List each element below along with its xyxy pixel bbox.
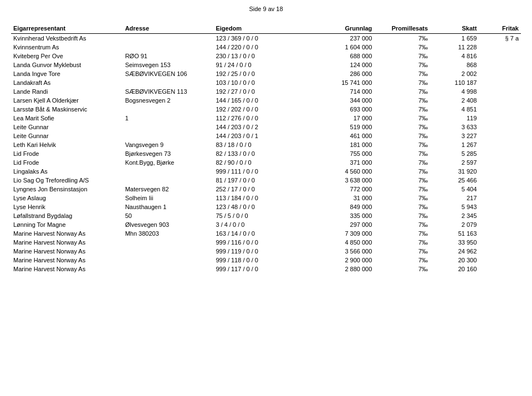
cell-skatt: 2 345 xyxy=(430,211,479,220)
cell-eigar: Marine Harvest Norway As xyxy=(11,229,123,238)
cell-skatt: 5 404 xyxy=(430,185,479,194)
cell-adresse: Kont.Bygg, Bjørke xyxy=(123,158,214,167)
cell-grunnlag: 344 000 xyxy=(304,96,374,105)
table-row: Løfallstrand Bygdalag5075 / 5 / 0 / 0335… xyxy=(11,211,521,220)
cell-fritak xyxy=(479,149,521,158)
cell-grunnlag: 124 000 xyxy=(304,60,374,69)
cell-fritak xyxy=(479,52,521,60)
cell-fritak: § 7 a xyxy=(479,34,521,43)
cell-skatt: 4 998 xyxy=(430,87,479,96)
cell-eigar: Lio Sag Og Treforedling A/S xyxy=(11,176,123,185)
cell-eigedom: 163 / 14 / 0 / 0 xyxy=(213,229,304,238)
cell-skatt: 3 633 xyxy=(430,123,479,131)
col-header-fritak: Fritak xyxy=(479,23,521,34)
table-row: Lyse AslaugSolheim Iii113 / 184 / 0 / 03… xyxy=(11,194,521,202)
cell-eigedom: 144 / 203 / 0 / 1 xyxy=(213,131,304,140)
cell-eigedom: 999 / 118 / 0 / 0 xyxy=(213,256,304,265)
cell-fritak xyxy=(479,78,521,87)
cell-promille: 7‰ xyxy=(374,78,430,87)
cell-fritak xyxy=(479,140,521,149)
col-header-eigedom: Eigedom xyxy=(213,23,304,34)
cell-eigar: Kvinnherad Vekstbedrift As xyxy=(11,34,123,43)
cell-grunnlag: 17 000 xyxy=(304,114,374,123)
cell-grunnlag: 519 000 xyxy=(304,123,374,131)
table-row: Marine Harvest Norway As999 / 117 / 0 / … xyxy=(11,265,521,273)
cell-eigedom: 230 / 13 / 0 / 0 xyxy=(213,52,304,60)
cell-skatt: 217 xyxy=(430,194,479,202)
cell-grunnlag: 2 900 000 xyxy=(304,256,374,265)
cell-grunnlag: 4 560 000 xyxy=(304,167,374,176)
cell-eigar: Kviteberg Per Ove xyxy=(11,52,123,60)
cell-skatt: 1 659 xyxy=(430,34,479,43)
cell-grunnlag: 461 000 xyxy=(304,131,374,140)
cell-adresse: Nausthaugen 1 xyxy=(123,202,214,211)
cell-eigedom: 81 / 197 / 0 / 0 xyxy=(213,176,304,185)
cell-eigar: Lyse Henrik xyxy=(11,202,123,211)
table-row: Leite Gunnar144 / 203 / 0 / 1461 0007‰3 … xyxy=(11,131,521,140)
cell-fritak xyxy=(479,167,521,176)
cell-fritak xyxy=(479,202,521,211)
cell-eigar: Lande Randi xyxy=(11,87,123,96)
cell-grunnlag: 371 000 xyxy=(304,158,374,167)
cell-grunnlag: 3 638 000 xyxy=(304,176,374,185)
cell-grunnlag: 237 000 xyxy=(304,34,374,43)
table-row: Kvinnherad Vekstbedrift As123 / 369 / 0 … xyxy=(11,34,521,43)
table-row: Marine Harvest Norway As999 / 119 / 0 / … xyxy=(11,247,521,256)
cell-skatt: 31 920 xyxy=(430,167,479,176)
cell-eigar: Landa Ingve Tore xyxy=(11,69,123,78)
cell-fritak xyxy=(479,265,521,273)
table-row: Lande RandiSÆBØVIKVEGEN 113192 / 27 / 0 … xyxy=(11,87,521,96)
cell-promille: 7‰ xyxy=(374,87,430,96)
cell-promille: 7‰ xyxy=(374,194,430,202)
cell-skatt: 119 xyxy=(430,114,479,123)
cell-grunnlag: 755 000 xyxy=(304,149,374,158)
cell-grunnlag: 15 741 000 xyxy=(304,78,374,87)
col-header-adresse: Adresse xyxy=(123,23,214,34)
col-header-eigar: Eigarrepresentant xyxy=(11,23,123,34)
col-header-skatt: Skatt xyxy=(430,23,479,34)
cell-adresse xyxy=(123,78,214,87)
cell-grunnlag: 2 880 000 xyxy=(304,265,374,273)
cell-adresse: Matersvegen 82 xyxy=(123,185,214,194)
cell-eigedom: 192 / 202 / 0 / 0 xyxy=(213,105,304,114)
cell-skatt: 4 851 xyxy=(430,105,479,114)
cell-skatt: 2 079 xyxy=(430,220,479,229)
cell-grunnlag: 3 566 000 xyxy=(304,247,374,256)
table-row: Marine Harvest Norway As999 / 116 / 0 / … xyxy=(11,238,521,247)
cell-adresse: Bogsnesvegen 2 xyxy=(123,96,214,105)
cell-eigedom: 252 / 17 / 0 / 0 xyxy=(213,185,304,194)
cell-promille: 7‰ xyxy=(374,123,430,131)
table-row: Lyse HenrikNausthaugen 1123 / 48 / 0 / 0… xyxy=(11,202,521,211)
cell-promille: 7‰ xyxy=(374,52,430,60)
cell-promille: 7‰ xyxy=(374,131,430,140)
cell-skatt: 24 962 xyxy=(430,247,479,256)
cell-eigar: Larsstø Båt & Maskinservic xyxy=(11,105,123,114)
cell-skatt: 2 408 xyxy=(430,96,479,105)
cell-eigedom: 112 / 276 / 0 / 0 xyxy=(213,114,304,123)
cell-eigar: Lønning Tor Magne xyxy=(11,220,123,229)
cell-eigedom: 123 / 48 / 0 / 0 xyxy=(213,202,304,211)
cell-fritak xyxy=(479,185,521,194)
cell-adresse xyxy=(123,247,214,256)
cell-promille: 7‰ xyxy=(374,202,430,211)
cell-fritak xyxy=(479,158,521,167)
cell-fritak xyxy=(479,238,521,247)
cell-skatt: 5 943 xyxy=(430,202,479,211)
cell-fritak xyxy=(479,123,521,131)
cell-eigedom: 75 / 5 / 0 / 0 xyxy=(213,211,304,220)
cell-eigedom: 144 / 220 / 0 / 0 xyxy=(213,43,304,52)
cell-skatt: 868 xyxy=(430,60,479,69)
cell-skatt: 5 285 xyxy=(430,149,479,158)
page-title: Side 9 av 18 xyxy=(249,6,283,12)
cell-eigedom: 999 / 111 / 0 / 0 xyxy=(213,167,304,176)
table-row: Landakraft As103 / 10 / 0 / 015 741 0007… xyxy=(11,78,521,87)
cell-adresse: 1 xyxy=(123,114,214,123)
cell-skatt: 2 597 xyxy=(430,158,479,167)
cell-eigar: Marine Harvest Norway As xyxy=(11,265,123,273)
cell-eigar: Løfallstrand Bygdalag xyxy=(11,211,123,220)
cell-eigedom: 91 / 24 / 0 / 0 xyxy=(213,60,304,69)
cell-skatt: 2 002 xyxy=(430,69,479,78)
cell-eigedom: 103 / 10 / 0 / 0 xyxy=(213,78,304,87)
cell-grunnlag: 31 000 xyxy=(304,194,374,202)
cell-eigar: Lyse Aslaug xyxy=(11,194,123,202)
